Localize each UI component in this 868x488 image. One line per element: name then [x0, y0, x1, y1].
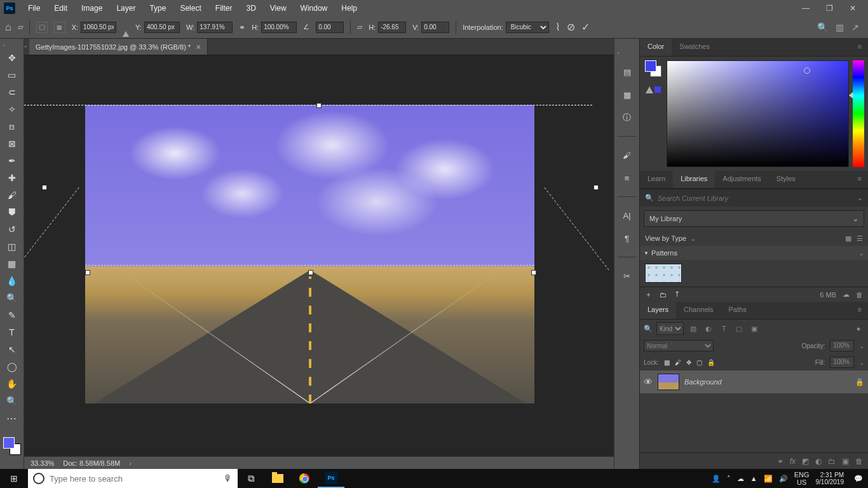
out-of-gamut-warning-icon[interactable]	[646, 86, 661, 93]
wifi-icon[interactable]: 📶	[764, 475, 773, 483]
layer-mask-icon[interactable]: ◩	[802, 457, 809, 466]
filter-type-icon[interactable]: T	[718, 323, 729, 334]
adjustment-layer-icon[interactable]: ◐	[815, 457, 822, 466]
h-input[interactable]	[261, 22, 297, 33]
character-panel-icon[interactable]: A|	[620, 208, 635, 222]
skew-h-icon[interactable]: ▱	[357, 23, 362, 31]
people-icon[interactable]: 👤	[712, 475, 721, 483]
taskbar-clock[interactable]: 2:31 PM 9/10/2019	[816, 471, 848, 485]
view-by-label[interactable]: View by Type	[645, 234, 686, 242]
grid-view-icon[interactable]: ▦	[845, 234, 851, 243]
w-input[interactable]	[197, 22, 233, 33]
delete-layer-icon[interactable]: 🗑	[855, 457, 863, 466]
layer-group-icon[interactable]: 🗀	[828, 457, 836, 466]
color-swatches[interactable]	[3, 437, 21, 455]
link-layers-icon[interactable]: ⚭	[777, 457, 783, 466]
blend-mode-select[interactable]: Normal	[644, 340, 714, 351]
layer-row-background[interactable]: 👁 Background 🔒	[640, 370, 868, 393]
properties-panel-icon[interactable]: ▦	[620, 88, 635, 102]
menu-select[interactable]: Select	[173, 2, 207, 15]
layer-filter-select[interactable]: Kind	[656, 322, 684, 335]
layers-panel-menu[interactable]: ≡	[851, 302, 868, 319]
menu-layer[interactable]: Layer	[110, 2, 142, 15]
reference-point-grid[interactable]: ▦	[54, 22, 65, 33]
x-input[interactable]	[81, 22, 116, 33]
info-panel-icon[interactable]: ⓘ	[620, 111, 635, 125]
tray-chevron-icon[interactable]: ˄	[727, 475, 731, 483]
window-restore-button[interactable]: ❐	[818, 1, 841, 15]
frame-tool[interactable]: ⊠	[3, 136, 21, 151]
history-brush-tool[interactable]: ↺	[3, 222, 21, 237]
close-tab-icon[interactable]: ×	[196, 42, 201, 52]
rotate-icon[interactable]: ∠	[303, 23, 309, 31]
menu-edit[interactable]: Edit	[48, 2, 74, 15]
lock-position-icon[interactable]: ✥	[686, 359, 691, 366]
healing-tool[interactable]: ✚	[3, 170, 21, 186]
channels-tab[interactable]: Channels	[676, 302, 721, 319]
transform-handle-bottom-center[interactable]	[308, 270, 313, 275]
zoom-level[interactable]: 33.33%	[31, 459, 54, 467]
skew-v-input[interactable]	[421, 22, 449, 33]
transform-handle-left[interactable]	[42, 185, 47, 190]
interp-select[interactable]: Bicubic	[506, 22, 549, 33]
lock-pixels-icon[interactable]: 🖌	[675, 359, 681, 366]
task-view-button[interactable]: ⧉	[238, 469, 264, 488]
cloud-icon[interactable]: ☁	[843, 290, 850, 299]
filter-pixel-icon[interactable]: ▧	[688, 323, 699, 334]
paths-tab[interactable]: Paths	[721, 302, 754, 319]
transform-handle-right[interactable]	[593, 185, 599, 190]
window-minimize-button[interactable]: —	[794, 1, 817, 15]
color-field[interactable]	[667, 60, 849, 167]
add-content-icon[interactable]: ＋	[645, 290, 652, 299]
pattern-thumbnail[interactable]	[645, 264, 682, 283]
history-panel-icon[interactable]: ▤	[620, 65, 635, 79]
fill-input[interactable]: 100%	[830, 356, 854, 368]
search-dropdown-chevron-icon[interactable]: ⌄	[857, 194, 863, 202]
styles-tab[interactable]: Styles	[769, 171, 803, 188]
gradient-tool[interactable]: ▦	[3, 256, 21, 271]
eraser-tool[interactable]: ◫	[3, 239, 21, 254]
skew-h-input[interactable]	[378, 22, 406, 33]
lang-line1[interactable]: ENG	[794, 471, 810, 478]
layer-lock-icon[interactable]: 🔒	[855, 378, 864, 386]
opacity-input[interactable]: 100%	[830, 340, 854, 351]
library-search[interactable]: 🔍 ⌄	[640, 189, 868, 207]
taskbar-search-input[interactable]	[50, 474, 219, 484]
brushes-panel-icon[interactable]: 🖌	[620, 148, 635, 162]
layer-thumbnail[interactable]	[658, 374, 679, 390]
taskbar-chrome[interactable]	[291, 469, 318, 488]
zoom-tool[interactable]: 🔍	[3, 393, 21, 409]
eyedropper-tool[interactable]: ✒	[3, 153, 21, 168]
volume-icon[interactable]: 🔊	[779, 475, 788, 483]
layer-name[interactable]: Background	[684, 378, 722, 386]
swatches-tab[interactable]: Swatches	[672, 39, 717, 56]
filter-smart-icon[interactable]: ▣	[749, 323, 760, 334]
foreground-color-swatch[interactable]	[3, 437, 15, 449]
menu-image[interactable]: Image	[75, 2, 109, 15]
learn-tab[interactable]: Learn	[640, 171, 673, 188]
canvas[interactable]	[24, 55, 614, 456]
more-tools-button[interactable]: ⋯	[3, 410, 21, 426]
transform-handle-bottom-left[interactable]	[85, 270, 90, 275]
taskbar-search[interactable]: 🎙	[28, 469, 238, 488]
rotate-input[interactable]	[316, 22, 344, 33]
layers-tab[interactable]: Layers	[640, 302, 676, 319]
section-chevron-icon[interactable]: ⌄	[858, 249, 864, 257]
lasso-tool[interactable]: ⊂	[3, 85, 21, 100]
reference-point-icon[interactable]: ▢	[36, 22, 48, 33]
color-tab[interactable]: Color	[640, 39, 672, 56]
arrange-icon[interactable]: ▥	[836, 22, 844, 32]
dodge-tool[interactable]: 🔍	[3, 290, 21, 306]
lang-line2[interactable]: US	[794, 478, 810, 486]
onedrive-icon[interactable]: ☁	[737, 475, 744, 483]
home-icon[interactable]: ⌂	[5, 22, 11, 33]
marquee-tool[interactable]: ▭	[3, 67, 21, 83]
lock-transparency-icon[interactable]: ▩	[664, 359, 670, 366]
libraries-tab[interactable]: Libraries	[673, 171, 715, 188]
menu-filter[interactable]: Filter	[209, 2, 239, 15]
window-close-button[interactable]: ✕	[841, 1, 864, 15]
lock-all-icon[interactable]: 🔒	[707, 359, 715, 366]
add-folder-icon[interactable]: 🗀	[660, 291, 667, 299]
type-tool[interactable]: T	[3, 325, 21, 340]
menu-3d[interactable]: 3D	[240, 2, 262, 15]
